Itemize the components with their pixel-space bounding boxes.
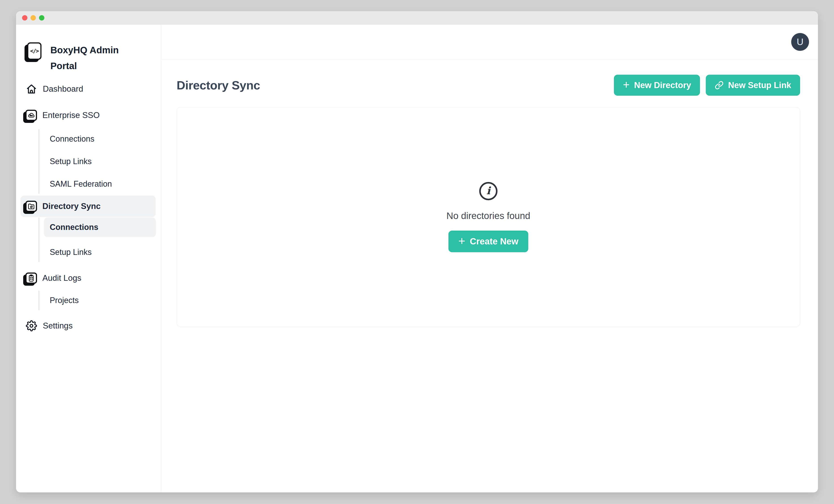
sidebar-item-dashboard[interactable]: Dashboard <box>21 78 156 100</box>
plus-icon: + <box>623 79 630 90</box>
main-area: U Directory Sync + New Directory <box>161 24 818 492</box>
brand: </> BoxyHQ Admin Portal <box>27 42 161 74</box>
sidebar-item-sso-connections[interactable]: Connections <box>44 129 156 149</box>
create-new-button[interactable]: + Create New <box>448 231 528 252</box>
brand-title: BoxyHQ Admin Portal <box>50 42 133 74</box>
sidebar-item-label: Projects <box>50 296 79 305</box>
zoom-button[interactable] <box>39 15 44 21</box>
page-title: Directory Sync <box>177 78 260 92</box>
sidebar-item-label: Setup Links <box>50 247 92 257</box>
sidebar-item-dsync-connections[interactable]: Connections <box>44 217 156 237</box>
new-setup-link-label: New Setup Link <box>728 81 791 90</box>
sidebar: </> BoxyHQ Admin Portal Dashboard <box>16 24 161 492</box>
empty-state-message: No directories found <box>446 211 530 221</box>
sidebar-nav: Dashboard Enterprise SSO Connections <box>16 78 161 336</box>
new-setup-link-button[interactable]: New Setup Link <box>706 75 800 96</box>
sidebar-subnav-directory-sync: Connections Setup Links <box>38 217 161 262</box>
code-sticker-icon: </> <box>27 42 42 60</box>
page-actions: + New Directory New Setup Link <box>614 75 800 96</box>
close-button[interactable] <box>22 15 27 21</box>
page-content: Directory Sync + New Directory <box>161 59 818 327</box>
sidebar-subnav-enterprise-sso: Connections Setup Links SAML Federation <box>38 129 161 194</box>
plus-icon: + <box>458 235 465 247</box>
avatar-initial: U <box>797 37 804 47</box>
empty-state-card: i No directories found + Create New <box>177 107 800 327</box>
sidebar-item-label: Settings <box>43 321 73 330</box>
sidebar-item-label: Enterprise SSO <box>42 111 100 120</box>
sidebar-item-projects[interactable]: Projects <box>44 290 156 310</box>
sidebar-item-label: Connections <box>50 223 98 232</box>
sidebar-subnav-audit-logs: Projects <box>38 290 161 310</box>
info-circle-icon: i <box>479 182 498 200</box>
sidebar-item-saml-federation[interactable]: SAML Federation <box>44 174 156 194</box>
page-head: Directory Sync + New Directory <box>177 75 800 96</box>
sidebar-item-label: Setup Links <box>50 157 92 166</box>
titlebar <box>16 11 818 24</box>
sidebar-item-label: Directory Sync <box>42 202 101 211</box>
gear-icon <box>25 320 38 332</box>
sidebar-item-label: SAML Federation <box>50 179 112 189</box>
minimize-button[interactable] <box>30 15 36 21</box>
sidebar-item-directory-sync[interactable]: Directory Sync <box>21 196 156 217</box>
link-icon <box>715 81 724 90</box>
sidebar-item-label: Dashboard <box>43 84 83 94</box>
new-directory-button[interactable]: + New Directory <box>614 75 700 96</box>
sidebar-item-dsync-setup-links[interactable]: Setup Links <box>44 242 156 262</box>
home-icon <box>25 83 38 95</box>
sidebar-item-settings[interactable]: Settings <box>21 315 156 336</box>
main-header: U <box>161 24 818 59</box>
clipboard-list-sticker-icon <box>25 272 37 284</box>
cloud-key-sticker-icon <box>25 110 37 121</box>
avatar[interactable]: U <box>791 33 809 51</box>
sidebar-item-label: Audit Logs <box>42 273 81 283</box>
folder-sync-sticker-icon <box>25 201 37 212</box>
sidebar-item-label: Connections <box>50 134 94 144</box>
create-new-label: Create New <box>470 236 519 246</box>
sidebar-item-audit-logs[interactable]: Audit Logs <box>21 267 156 289</box>
sidebar-item-sso-setup-links[interactable]: Setup Links <box>44 152 156 171</box>
new-directory-label: New Directory <box>634 81 691 90</box>
sidebar-item-enterprise-sso[interactable]: Enterprise SSO <box>21 105 156 126</box>
app-window: </> BoxyHQ Admin Portal Dashboard <box>16 11 818 492</box>
